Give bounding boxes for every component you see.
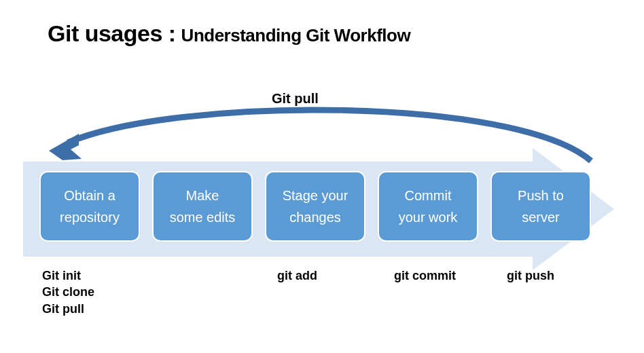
- step-line1: Push to: [518, 185, 564, 206]
- commands-commit: git commit: [378, 267, 490, 317]
- step-line1: Stage your: [283, 185, 348, 206]
- commands-push: git push: [490, 267, 603, 317]
- step-push-server: Push to server: [490, 171, 591, 242]
- cmd-git-clone: Git clone: [42, 284, 152, 300]
- cmd-git-add: git add: [277, 267, 378, 284]
- step-line1: Make: [186, 185, 219, 206]
- step-line1: Obtain a: [64, 185, 115, 206]
- step-line2: changes: [289, 206, 341, 228]
- step-line2: your work: [399, 206, 458, 228]
- step-line2: some edits: [170, 206, 236, 228]
- step-stage-changes: Stage your changes: [265, 171, 365, 242]
- step-make-edits: Make some edits: [152, 171, 253, 242]
- cmd-git-pull: Git pull: [42, 301, 152, 317]
- step-line2: server: [522, 206, 560, 228]
- commands-make-edits: [152, 267, 265, 317]
- svg-marker-1: [49, 134, 82, 160]
- title-sub: Understanding Git Workflow: [181, 25, 411, 46]
- cmd-git-push: git push: [507, 267, 603, 284]
- workflow-steps: Obtain a repository Make some edits Stag…: [39, 171, 591, 242]
- commands-obtain: Git init Git clone Git pull: [39, 267, 152, 317]
- title-main: Git usages :: [48, 20, 176, 47]
- step-commit-work: Commit your work: [378, 171, 478, 242]
- page-title: Git usages : Understanding Git Workflow: [48, 20, 410, 47]
- step-line2: repository: [60, 206, 120, 228]
- commands-stage: git add: [265, 267, 378, 317]
- git-pull-arrow-icon: [41, 103, 598, 171]
- step-line1: Commit: [405, 185, 452, 206]
- git-pull-label: Git pull: [272, 91, 319, 107]
- command-row: Git init Git clone Git pull git add git …: [39, 267, 603, 317]
- cmd-git-commit: git commit: [394, 267, 490, 284]
- cmd-git-init: Git init: [42, 267, 152, 284]
- step-obtain-repository: Obtain a repository: [39, 171, 140, 242]
